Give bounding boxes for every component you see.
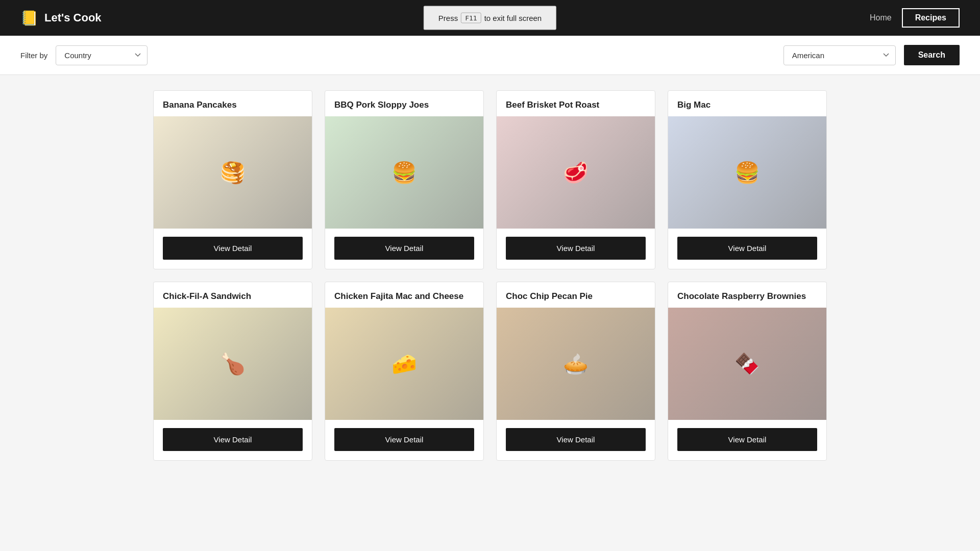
recipe-image: 🥞 (154, 116, 312, 229)
recipe-image: 🍗 (154, 308, 312, 420)
recipe-card: BBQ Pork Sloppy Joes🍔View Detail (325, 90, 484, 269)
toast-text-after: to exit full screen (484, 14, 542, 22)
view-detail-button[interactable]: View Detail (334, 428, 474, 451)
filter-type-select[interactable]: Country Ingredient Category (56, 45, 148, 65)
recipe-image: 🍔 (325, 116, 483, 229)
nav-recipes-button[interactable]: Recipes (902, 8, 960, 28)
filter-by-label: Filter by (20, 51, 47, 60)
recipe-image: 🍫 (668, 308, 826, 420)
recipe-card: Chocolate Raspberry Brownies🍫View Detail (668, 282, 827, 461)
recipe-image: 🧀 (325, 308, 483, 420)
recipe-title: BBQ Pork Sloppy Joes (325, 91, 483, 116)
recipe-card: Chicken Fajita Mac and Cheese🧀View Detai… (325, 282, 484, 461)
view-detail-button[interactable]: View Detail (677, 237, 817, 260)
recipe-title: Big Mac (668, 91, 826, 116)
view-detail-button[interactable]: View Detail (677, 428, 817, 451)
filter-bar: Filter by Country Ingredient Category Am… (0, 36, 980, 75)
app-header: 📒 Let's Cook Press F11 to exit full scre… (0, 0, 980, 36)
recipe-title: Beef Brisket Pot Roast (497, 91, 655, 116)
recipe-card: Chick-Fil-A Sandwich🍗View Detail (153, 282, 312, 461)
header-nav: Home Recipes (870, 8, 960, 28)
view-detail-button[interactable]: View Detail (334, 237, 474, 260)
nav-home-link[interactable]: Home (870, 13, 892, 22)
view-detail-button[interactable]: View Detail (506, 428, 646, 451)
app-logo: 📒 Let's Cook (20, 10, 102, 27)
recipe-card: Choc Chip Pecan Pie🥧View Detail (496, 282, 655, 461)
search-button[interactable]: Search (904, 45, 960, 65)
recipe-title: Choc Chip Pecan Pie (497, 282, 655, 308)
country-select[interactable]: American Italian Mexican Indian French (783, 45, 896, 65)
toast-key: F11 (461, 13, 481, 23)
view-detail-button[interactable]: View Detail (163, 428, 303, 451)
recipe-image: 🍔 (668, 116, 826, 229)
recipe-card: Beef Brisket Pot Roast🥩View Detail (496, 90, 655, 269)
recipe-title: Chicken Fajita Mac and Cheese (325, 282, 483, 308)
logo-icon: 📒 (20, 10, 38, 27)
recipe-grid: Banana Pancakes🥞View DetailBBQ Pork Slop… (133, 75, 847, 476)
app-title: Let's Cook (44, 11, 102, 24)
recipe-title: Chick-Fil-A Sandwich (154, 282, 312, 308)
recipe-card: Big Mac🍔View Detail (668, 90, 827, 269)
fullscreen-toast: Press F11 to exit full screen (424, 6, 556, 30)
recipe-card: Banana Pancakes🥞View Detail (153, 90, 312, 269)
recipe-image: 🥧 (497, 308, 655, 420)
recipe-image: 🥩 (497, 116, 655, 229)
view-detail-button[interactable]: View Detail (506, 237, 646, 260)
toast-text-before: Press (438, 14, 458, 22)
view-detail-button[interactable]: View Detail (163, 237, 303, 260)
recipe-title: Banana Pancakes (154, 91, 312, 116)
recipe-title: Chocolate Raspberry Brownies (668, 282, 826, 308)
